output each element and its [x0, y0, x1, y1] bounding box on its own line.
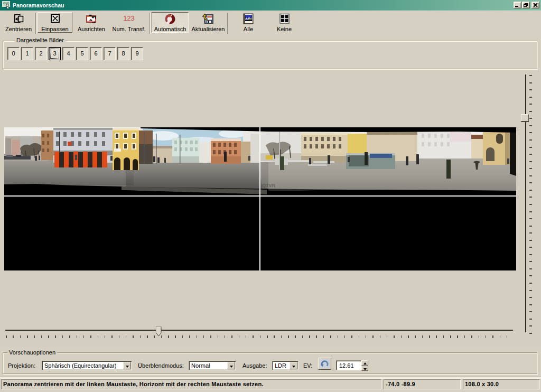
svg-text:QTVR: QTVR [262, 183, 276, 188]
